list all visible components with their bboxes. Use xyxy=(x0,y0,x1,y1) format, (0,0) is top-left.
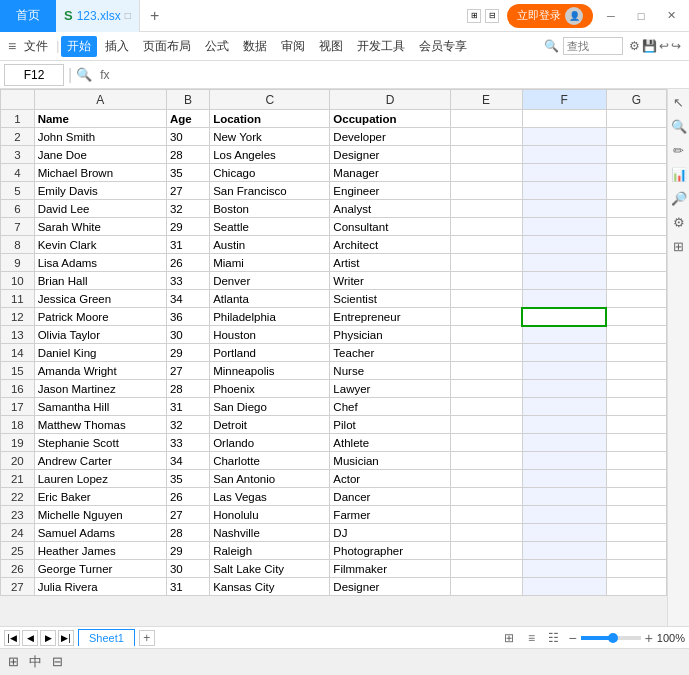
cell-27-D[interactable]: Designer xyxy=(330,578,450,596)
cell-9-A[interactable]: Lisa Adams xyxy=(34,254,166,272)
cell-11-E[interactable] xyxy=(450,290,522,308)
cell-25-C[interactable]: Raleigh xyxy=(210,542,330,560)
cell-18-E[interactable] xyxy=(450,416,522,434)
cell-20-F[interactable] xyxy=(522,452,606,470)
cell-5-C[interactable]: San Francisco xyxy=(210,182,330,200)
cell-6-F[interactable] xyxy=(522,200,606,218)
row-number-2[interactable]: 2 xyxy=(1,128,35,146)
cell-12-G[interactable] xyxy=(606,308,666,326)
row-number-4[interactable]: 4 xyxy=(1,164,35,182)
cell-16-C[interactable]: Phoenix xyxy=(210,380,330,398)
row-number-8[interactable]: 8 xyxy=(1,236,35,254)
cell-3-A[interactable]: Jane Doe xyxy=(34,146,166,164)
row-number-20[interactable]: 20 xyxy=(1,452,35,470)
cell-22-F[interactable] xyxy=(522,488,606,506)
cell-14-F[interactable] xyxy=(522,344,606,362)
col-header-c[interactable]: C xyxy=(210,90,330,110)
cell-9-F[interactable] xyxy=(522,254,606,272)
col-header-a[interactable]: A xyxy=(34,90,166,110)
cell-17-C[interactable]: San Diego xyxy=(210,398,330,416)
ribbon-tab-member[interactable]: 会员专享 xyxy=(413,36,473,57)
cell-7-G[interactable] xyxy=(606,218,666,236)
cell-22-D[interactable]: Dancer xyxy=(330,488,450,506)
cell-27-C[interactable]: Kansas City xyxy=(210,578,330,596)
status-icon-1[interactable]: ⊞ xyxy=(8,654,19,669)
cell-11-C[interactable]: Atlanta xyxy=(210,290,330,308)
cell-13-E[interactable] xyxy=(450,326,522,344)
cell-26-F[interactable] xyxy=(522,560,606,578)
cell-1-D[interactable]: Occupation xyxy=(330,110,450,128)
row-number-12[interactable]: 12 xyxy=(1,308,35,326)
ribbon-tab-dev[interactable]: 开发工具 xyxy=(351,36,411,57)
toolbar-icon-2[interactable]: 💾 xyxy=(642,39,657,53)
maximize-button[interactable]: □ xyxy=(627,6,655,26)
cell-10-C[interactable]: Denver xyxy=(210,272,330,290)
cell-15-C[interactable]: Minneapolis xyxy=(210,362,330,380)
cell-26-A[interactable]: George Turner xyxy=(34,560,166,578)
ribbon-tab-start[interactable]: 开始 xyxy=(61,36,97,57)
cell-14-B[interactable]: 29 xyxy=(166,344,209,362)
cell-1-E[interactable] xyxy=(450,110,522,128)
cell-3-D[interactable]: Designer xyxy=(330,146,450,164)
cell-26-C[interactable]: Salt Lake City xyxy=(210,560,330,578)
cell-1-F[interactable] xyxy=(522,110,606,128)
cell-10-F[interactable] xyxy=(522,272,606,290)
cell-3-F[interactable] xyxy=(522,146,606,164)
cell-24-D[interactable]: DJ xyxy=(330,524,450,542)
zoom-slider-thumb[interactable] xyxy=(608,633,618,643)
cell-20-A[interactable]: Andrew Carter xyxy=(34,452,166,470)
cell-4-B[interactable]: 35 xyxy=(166,164,209,182)
cell-20-G[interactable] xyxy=(606,452,666,470)
cell-3-E[interactable] xyxy=(450,146,522,164)
col-header-d[interactable]: D xyxy=(330,90,450,110)
zoom-slider[interactable] xyxy=(581,636,641,640)
rt-icon-6[interactable]: ⚙ xyxy=(670,213,688,231)
cell-15-G[interactable] xyxy=(606,362,666,380)
cell-12-D[interactable]: Entrepreneur xyxy=(330,308,450,326)
sheet-add-button[interactable]: + xyxy=(139,630,155,646)
cell-7-C[interactable]: Seattle xyxy=(210,218,330,236)
search-input[interactable] xyxy=(563,37,623,55)
zoom-in-icon[interactable]: 🔍 xyxy=(76,67,92,82)
row-number-23[interactable]: 23 xyxy=(1,506,35,524)
cell-22-G[interactable] xyxy=(606,488,666,506)
cell-27-A[interactable]: Julia Rivera xyxy=(34,578,166,596)
cell-1-B[interactable]: Age xyxy=(166,110,209,128)
cell-10-E[interactable] xyxy=(450,272,522,290)
new-tab-button[interactable]: + xyxy=(140,0,170,32)
cell-14-C[interactable]: Portland xyxy=(210,344,330,362)
cell-23-F[interactable] xyxy=(522,506,606,524)
cell-7-F[interactable] xyxy=(522,218,606,236)
row-number-9[interactable]: 9 xyxy=(1,254,35,272)
row-number-16[interactable]: 16 xyxy=(1,380,35,398)
cell-6-G[interactable] xyxy=(606,200,666,218)
cell-3-G[interactable] xyxy=(606,146,666,164)
cell-10-D[interactable]: Writer xyxy=(330,272,450,290)
close-button[interactable]: ✕ xyxy=(657,6,685,26)
cell-23-B[interactable]: 27 xyxy=(166,506,209,524)
login-button[interactable]: 立即登录 👤 xyxy=(507,4,593,28)
row-number-25[interactable]: 25 xyxy=(1,542,35,560)
cell-25-B[interactable]: 29 xyxy=(166,542,209,560)
cell-8-G[interactable] xyxy=(606,236,666,254)
cell-12-A[interactable]: Patrick Moore xyxy=(34,308,166,326)
sheet-nav-prev[interactable]: ◀ xyxy=(22,630,38,646)
cell-19-D[interactable]: Athlete xyxy=(330,434,450,452)
row-number-27[interactable]: 27 xyxy=(1,578,35,596)
rt-icon-5[interactable]: 🔎 xyxy=(670,189,688,207)
cell-4-F[interactable] xyxy=(522,164,606,182)
cell-16-E[interactable] xyxy=(450,380,522,398)
cell-5-A[interactable]: Emily Davis xyxy=(34,182,166,200)
cell-21-B[interactable]: 35 xyxy=(166,470,209,488)
ribbon-tab-review[interactable]: 审阅 xyxy=(275,36,311,57)
cell-24-E[interactable] xyxy=(450,524,522,542)
status-icon-3[interactable]: ⊟ xyxy=(52,654,63,669)
cell-2-F[interactable] xyxy=(522,128,606,146)
cell-7-E[interactable] xyxy=(450,218,522,236)
cell-23-E[interactable] xyxy=(450,506,522,524)
cell-26-G[interactable] xyxy=(606,560,666,578)
col-header-g[interactable]: G xyxy=(606,90,666,110)
cell-1-G[interactable] xyxy=(606,110,666,128)
cell-19-G[interactable] xyxy=(606,434,666,452)
row-number-17[interactable]: 17 xyxy=(1,398,35,416)
